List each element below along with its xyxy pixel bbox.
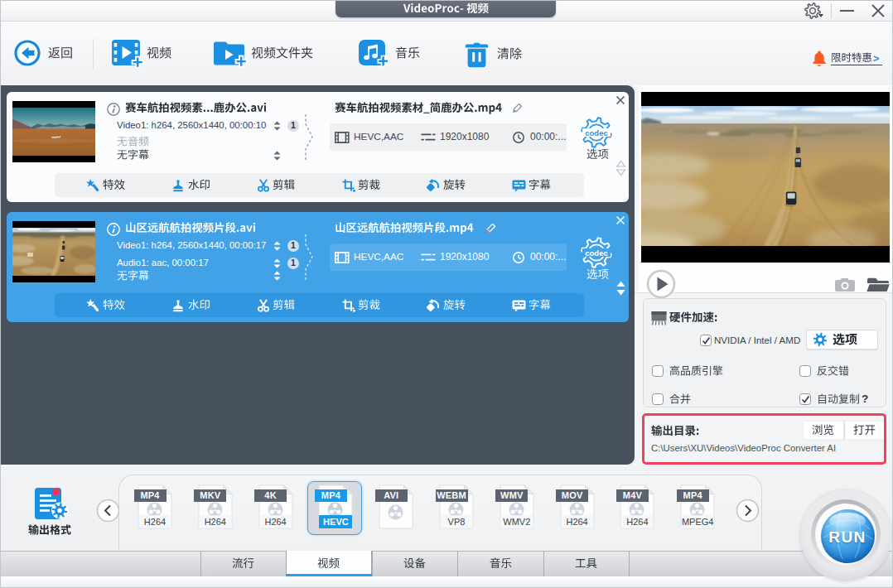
svg-text:codec: codec bbox=[585, 128, 607, 137]
svg-text:codec: codec bbox=[585, 248, 607, 258]
